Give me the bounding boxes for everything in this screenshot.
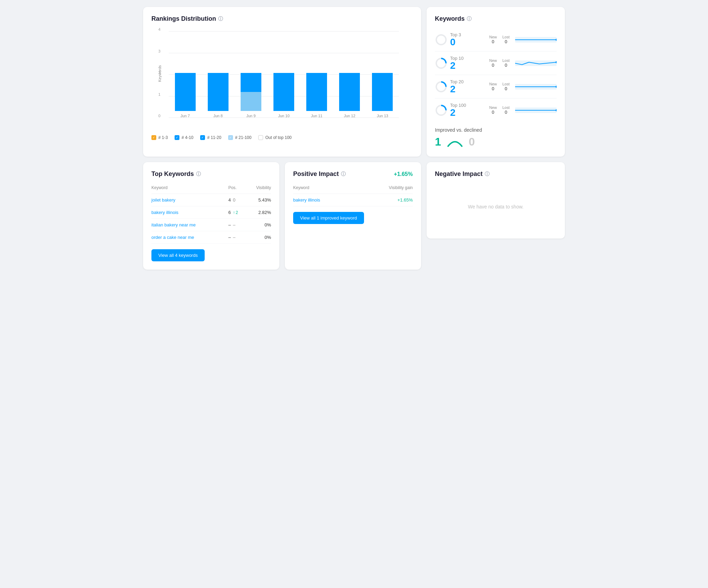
- kw-value: 2: [450, 84, 464, 94]
- kw-meta: New 0 Lost 0: [489, 35, 510, 44]
- chart-legend: ✓# 1-3✓# 4-10✓# 11-20✓# 21-100Out of top…: [151, 135, 413, 140]
- kw-meta: New 0 Lost 0: [489, 105, 510, 115]
- legend-label: # 21-100: [235, 135, 251, 140]
- kw-left: Top 100 2: [435, 103, 466, 118]
- table-row: italian bakery near me – – 0%: [151, 219, 271, 231]
- bar-segment: [372, 73, 393, 111]
- pos-group: – –: [228, 235, 245, 240]
- meta-new: New 0: [489, 82, 497, 91]
- bar-group: Jun 12: [333, 35, 366, 118]
- keywords-card-title: Keywords ⓘ: [435, 15, 557, 22]
- legend-label: # 4-10: [181, 135, 193, 140]
- mini-sparkline: [515, 81, 557, 93]
- table-row: order a cake near me – – 0%: [151, 231, 271, 244]
- pos-change-neutral: 0: [233, 197, 235, 203]
- pos-cell: 6 ↑2: [228, 206, 245, 219]
- bar-segment: [306, 73, 327, 111]
- positive-impact-card: Positive Impact ⓘ +1.65% Keyword Visibil…: [285, 162, 421, 270]
- kw-meta: New 0 Lost 0: [489, 82, 510, 91]
- bar-segment: [241, 73, 261, 92]
- meta-new: New 0: [489, 105, 497, 115]
- table-row: joilet bakery 4 0 5.43%: [151, 194, 271, 206]
- pos-group: 4 0: [228, 197, 245, 203]
- pos-cell: – –: [228, 231, 245, 244]
- kw-left: Top 20 2: [435, 79, 464, 94]
- legend-color-box[interactable]: [258, 135, 263, 140]
- kw-left: Top 10 2: [435, 56, 464, 71]
- mini-sparkline: [515, 57, 557, 69]
- col-pos: Pos.: [228, 183, 245, 194]
- visibility-cell: 5.43%: [245, 194, 271, 206]
- kw-meta: New 0 Lost 0: [489, 58, 510, 68]
- pos-group: – –: [228, 222, 245, 227]
- pos-group: 6 ↑2: [228, 210, 245, 215]
- bar-segment: [339, 73, 360, 111]
- keyword-cell[interactable]: order a cake near me: [151, 231, 228, 244]
- chart-inner: 4 3 2 1 0 Jun 7Jun 8Jun 9Jun 10Jun 11Jun…: [169, 31, 399, 118]
- positive-impact-pct: +1.65%: [394, 171, 413, 177]
- keyword-row: Top 20 2 New 0 Lost 0: [435, 75, 557, 99]
- bar-date-label: Jun 7: [180, 114, 190, 118]
- keyword-cell[interactable]: bakery illinois: [151, 206, 228, 219]
- view-all-keywords-button[interactable]: View all 4 keywords: [151, 249, 205, 261]
- pos-change-neutral: –: [233, 222, 235, 227]
- bottom-row: Top Keywords ⓘ Keyword Pos. Visibility j…: [143, 162, 421, 270]
- legend-label: # 11-20: [207, 135, 221, 140]
- bar-date-label: Jun 10: [278, 114, 289, 118]
- positive-col-keyword: Keyword: [293, 183, 356, 194]
- bar-date-label: Jun 13: [377, 114, 388, 118]
- meta-lost: Lost 0: [502, 35, 510, 44]
- lost-value: 0: [505, 86, 507, 91]
- legend-color-box[interactable]: ✓: [200, 135, 205, 140]
- lost-value: 0: [505, 110, 507, 115]
- keywords-title-text: Keywords: [435, 15, 465, 22]
- table-row: bakery illinois +1.65%: [293, 194, 413, 206]
- view-improved-keywords-button[interactable]: View all 1 improved keyword: [293, 212, 364, 224]
- keyword-cell[interactable]: joilet bakery: [151, 194, 228, 206]
- positive-impact-title-text: Positive Impact: [293, 170, 339, 178]
- visibility-cell: 2.82%: [245, 206, 271, 219]
- keyword-cell[interactable]: italian bakery near me: [151, 219, 228, 231]
- visibility-cell: 0%: [245, 231, 271, 244]
- legend-color-box[interactable]: ✓: [175, 135, 179, 140]
- visibility-cell: 0%: [245, 219, 271, 231]
- kw-right: New 0 Lost 0: [489, 57, 557, 69]
- positive-col-gain: Visibility gain: [356, 183, 413, 194]
- bar-segment: [175, 73, 196, 111]
- lost-label: Lost: [502, 58, 510, 63]
- bar-stack: [175, 35, 196, 111]
- keywords-info-icon[interactable]: ⓘ: [467, 16, 472, 22]
- legend-label: # 1-3: [158, 135, 168, 140]
- gain-cell: +1.65%: [356, 194, 413, 206]
- legend-item: ✓# 4-10: [175, 135, 193, 140]
- negative-impact-title-text: Negative Impact: [435, 170, 483, 178]
- bar-segment: [273, 73, 294, 111]
- top-keywords-card: Top Keywords ⓘ Keyword Pos. Visibility j…: [143, 162, 279, 270]
- kw-right: New 0 Lost 0: [489, 104, 557, 116]
- positive-impact-info-icon[interactable]: ⓘ: [341, 171, 346, 177]
- rankings-chart: Keywords 4 3 2 1 0 Jun 7Jun 8Jun 9Jun 10…: [151, 28, 413, 132]
- pos-change-neutral: –: [233, 235, 235, 240]
- bar-group: Jun 9: [234, 35, 267, 118]
- arch-icon: [447, 137, 463, 148]
- pos-value: –: [228, 235, 231, 240]
- bar-stack: [208, 35, 229, 111]
- legend-color-box[interactable]: ✓: [228, 135, 233, 140]
- improved-label: Improved vs. declined: [435, 127, 557, 133]
- bars-container: Jun 7Jun 8Jun 9Jun 10Jun 11Jun 12Jun 13: [169, 31, 399, 118]
- new-value: 0: [492, 63, 494, 68]
- positive-impact-table: Keyword Visibility gain bakery illinois …: [293, 183, 413, 206]
- kw-right: New 0 Lost 0: [489, 34, 557, 46]
- bar-date-label: Jun 9: [246, 114, 255, 118]
- lost-value: 0: [505, 63, 507, 68]
- negative-impact-title: Negative Impact ⓘ: [435, 170, 557, 178]
- rankings-title-text: Rankings Distribution: [151, 15, 216, 22]
- legend-color-box[interactable]: ✓: [151, 135, 156, 140]
- rankings-info-icon[interactable]: ⓘ: [218, 16, 223, 22]
- negative-impact-info-icon[interactable]: ⓘ: [485, 171, 490, 177]
- pos-value: 4: [228, 197, 231, 203]
- new-value: 0: [492, 39, 494, 44]
- top-keywords-info-icon[interactable]: ⓘ: [196, 171, 201, 177]
- bar-stack: [339, 35, 360, 111]
- keyword-cell[interactable]: bakery illinois: [293, 194, 356, 206]
